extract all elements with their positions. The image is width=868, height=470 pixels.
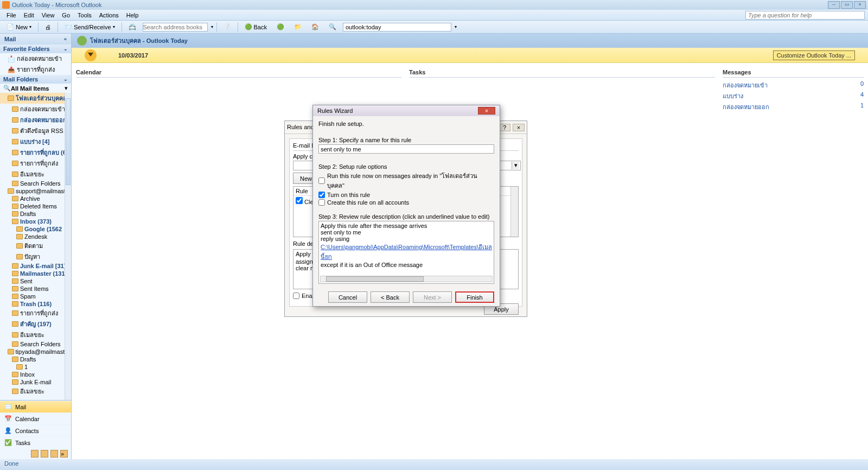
folder-item[interactable]: tipyada@mailmaster [0, 348, 71, 355]
finish-button[interactable]: Finish [455, 291, 494, 303]
template-path-link[interactable]: C:\Users\pangmobi\AppData\Roaming\Micros… [321, 244, 492, 260]
nav-tasks[interactable]: ✅ Tasks [0, 436, 71, 448]
folder-item[interactable]: โฟลเดอร์ส่วนบุคคล [0, 93, 71, 104]
folder-item[interactable]: Mailmaster (1319 [0, 270, 71, 277]
menu-go[interactable]: Go [59, 11, 73, 20]
folder-item[interactable]: Deleted Items [0, 202, 71, 210]
help-icon[interactable]: ❔ [220, 23, 234, 31]
msg-outbox-row[interactable]: กล่องจดหมายออก1 [723, 101, 864, 112]
favorite-folders-header[interactable]: Favorite Folders⌄ [0, 45, 71, 53]
folder-item[interactable]: Spam [0, 293, 71, 300]
back-button[interactable]: 🟢Back [241, 23, 270, 31]
folder-item[interactable]: Sent Items [0, 285, 71, 293]
folder-item[interactable]: Drafts [0, 210, 71, 218]
folder-item[interactable]: 1 [0, 363, 71, 371]
rule-name-input[interactable] [318, 144, 494, 154]
folder-item[interactable]: Drafts [0, 355, 71, 363]
all-mail-items[interactable]: 🔍 All Mail Items▾ [0, 84, 71, 93]
enable-checkbox[interactable] [293, 293, 299, 299]
folder-item[interactable]: support@mailmast [0, 187, 71, 195]
address-search-input[interactable] [143, 23, 208, 31]
folder-item[interactable]: Search Folders [0, 340, 71, 348]
minimize-button[interactable]: – [828, 1, 840, 9]
send-receive-button[interactable]: 📨Send/Receive▾ [61, 23, 118, 31]
folder-item[interactable]: ปัญหา [0, 251, 71, 262]
nav-calendar[interactable]: 📅 Calendar [0, 412, 71, 424]
menu-view[interactable]: View [39, 11, 58, 20]
menu-edit[interactable]: Edit [21, 11, 37, 20]
menu-tools[interactable]: Tools [74, 11, 95, 20]
desc-h-scrollbar[interactable] [320, 276, 493, 282]
wizard-titlebar[interactable]: Rules Wizard × [313, 105, 500, 116]
folder-item[interactable]: แบบร่าง [4] [0, 136, 71, 147]
new-button[interactable]: 📄New▾ [3, 23, 35, 31]
folder-item[interactable]: Zendesk [0, 233, 71, 240]
folder-item[interactable]: Inbox [0, 371, 71, 378]
folder-item[interactable]: Inbox (373) [0, 218, 71, 225]
nav-scrollbar[interactable] [65, 93, 71, 400]
close-icon[interactable]: × [478, 107, 495, 115]
folder-item[interactable]: Search Folders [0, 180, 71, 187]
folder-item[interactable]: อีเมลขยะ [0, 169, 71, 180]
turn-on-checkbox[interactable] [318, 192, 325, 198]
back-button[interactable]: < Back [371, 291, 410, 303]
help-search-input[interactable] [745, 11, 865, 20]
addressbook-button[interactable]: 📇 [125, 23, 139, 31]
customize-button[interactable]: Customize Outlook Today ... [773, 50, 855, 60]
maximize-button[interactable]: ▭ [841, 1, 853, 9]
window-title: Outlook Today - Microsoft Outlook [12, 2, 101, 8]
list-scrollbar[interactable] [510, 187, 518, 237]
folder-item[interactable]: Junk E-mail [31] [0, 262, 71, 270]
folder-item[interactable]: Sent [0, 277, 71, 285]
all-accounts-checkbox[interactable] [318, 199, 325, 206]
folder-item[interactable]: รายการที่ถูกส่ง [0, 308, 71, 319]
folder-item[interactable]: Trash (116) [0, 300, 71, 308]
folder-item[interactable]: อีเมลขยะ [0, 329, 71, 340]
menu-file[interactable]: File [3, 11, 20, 20]
menu-actions[interactable]: Actions [96, 11, 122, 20]
fav-sent[interactable]: 📤 รายการที่ถูกส่ง [0, 64, 71, 75]
mail-folders-header[interactable]: Mail Folders⌄ [0, 75, 71, 84]
msg-inbox-row[interactable]: กล่องจดหมายเข้า0 [723, 80, 864, 91]
up-icon[interactable]: 📁 [291, 23, 305, 31]
status-bar: Done [0, 459, 868, 470]
print-button[interactable]: 🖨 [42, 23, 54, 31]
folder-item[interactable]: รายการที่ถูกลบ (6) [0, 147, 71, 158]
nav-contacts[interactable]: 👤 Contacts [0, 424, 71, 436]
search-dropdown[interactable]: ▾ [211, 24, 213, 29]
address-field[interactable]: outlook:today [343, 23, 451, 31]
step1-label: Step 1: Specify a name for this rule [318, 137, 494, 143]
cancel-button[interactable]: Cancel [328, 291, 367, 303]
next-button[interactable]: Next > [413, 291, 452, 303]
address-dropdown[interactable]: ▾ [455, 24, 457, 29]
close-button[interactable]: × [854, 1, 866, 9]
help-icon[interactable]: ? [499, 124, 510, 131]
wizard-buttons: Cancel < Back Next > Finish [313, 288, 500, 306]
folder-item[interactable]: Junk E-mail [0, 378, 71, 386]
folder-item[interactable]: สำคัญ (197) [0, 319, 71, 329]
refresh-icon[interactable] [77, 36, 87, 46]
folder-item[interactable]: Archive [0, 195, 71, 202]
outlook-icon [2, 1, 10, 9]
content-title: โฟลเดอร์ส่วนบุคคล - Outlook Today [90, 36, 188, 46]
folder-item[interactable]: อีเมลขยะ [0, 386, 71, 397]
close-icon[interactable]: × [513, 124, 525, 131]
stop-icon[interactable]: 🔍 [326, 23, 340, 31]
expand-icon[interactable] [85, 49, 97, 61]
folder-item[interactable]: ติดตาม [0, 240, 71, 251]
fav-inbox[interactable]: 📩 กล่องจดหมายเข้า [0, 53, 71, 64]
forward-button[interactable]: 🟢 [273, 23, 288, 31]
window-titlebar: Outlook Today - Microsoft Outlook – ▭ × [0, 0, 868, 10]
run-now-checkbox[interactable] [318, 177, 325, 184]
msg-drafts-row[interactable]: แบบร่าง4 [723, 91, 864, 101]
folder-item[interactable]: รายการที่ถูกส่ง [0, 158, 71, 169]
menu-help[interactable]: Help [123, 11, 142, 20]
folder-item[interactable]: กล่องจดหมายออก [0, 115, 71, 125]
nav-mail[interactable]: ✉️ Mail [0, 401, 71, 412]
folder-item[interactable]: ตัวดึงข้อมูล RSS [0, 125, 71, 136]
folder-item[interactable]: กล่องจดหมายเข้า [0, 104, 71, 115]
home-icon[interactable]: 🏠 [308, 23, 322, 31]
wizard-subtitle: Finish rule setup. [318, 120, 494, 127]
folder-item[interactable]: Google (1562 [0, 225, 71, 233]
nav-switcher: ✉️ Mail 📅 Calendar 👤 Contacts ✅ Tasks » [0, 400, 71, 459]
